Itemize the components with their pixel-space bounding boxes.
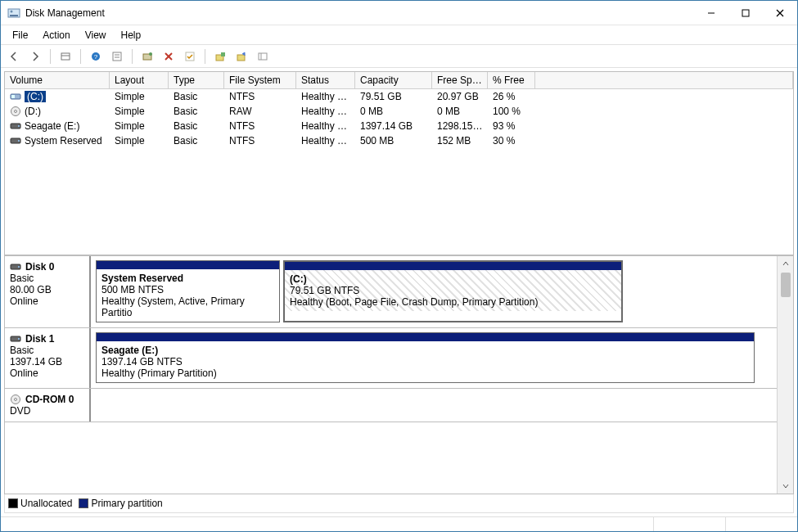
disk-capacity: 1397.14 GB [10,356,84,367]
col-free[interactable]: Free Spa... [432,72,488,89]
volume-pct: 100 % [488,104,535,119]
delete-button[interactable] [160,48,177,65]
svg-rect-7 [61,53,70,60]
svg-point-37 [15,399,17,401]
disk-partitions [91,389,777,422]
svg-point-27 [15,110,17,113]
col-volume[interactable]: Volume [5,72,110,89]
col-layout[interactable]: Layout [110,72,169,89]
svg-rect-20 [221,52,225,56]
svg-rect-4 [742,10,749,16]
volume-row[interactable]: Seagate (E:)SimpleBasicNTFSHealthy (P...… [5,119,793,133]
scroll-up-button[interactable] [778,256,793,271]
volume-row[interactable]: (D:)SimpleBasicRAWHealthy (P...0 MB0 MB1… [5,104,793,119]
svg-point-2 [11,10,13,12]
volume-icon [10,135,21,147]
scroll-thumb[interactable] [781,273,791,297]
volume-pct: 30 % [488,133,535,148]
maximize-button[interactable] [728,2,763,25]
new-volume-button[interactable] [212,48,228,65]
settings-button[interactable] [109,48,125,65]
svg-point-29 [18,125,20,127]
menubar: File Action View Help [1,25,797,45]
partition-stripe [97,261,279,269]
volume-row[interactable]: (C:)SimpleBasicNTFSHealthy (B...79.51 GB… [5,89,793,104]
forward-button[interactable] [27,48,43,65]
volume-status: Healthy (P... [296,119,355,133]
volume-fs: NTFS [224,119,296,133]
volume-name: Seagate (E:) [25,120,79,132]
menu-action[interactable]: Action [36,27,76,43]
titlebar: Disk Management [1,1,797,25]
properties-button[interactable] [182,48,198,65]
disk-label[interactable]: Disk 0Basic80.00 GBOnline [5,256,91,327]
legend-primary: Primary partition [79,498,162,509]
volume-capacity: 500 MB [355,133,432,148]
col-spacer [535,72,793,89]
menu-file[interactable]: File [6,27,34,43]
partition[interactable]: (C:)79.51 GB NTFSHealthy (Boot, Page Fil… [283,260,623,322]
partition-name: (C:) [290,273,616,285]
minimize-button[interactable] [694,2,728,25]
volume-layout: Simple [110,119,169,133]
volume-layout: Simple [110,133,169,148]
disk-partitions: System Reserved500 MB NTFSHealthy (Syste… [91,256,777,327]
help-button[interactable]: ? [88,48,104,65]
disk-status: Online [10,295,84,307]
svg-point-35 [18,338,20,340]
disk-row: CD-ROM 0DVD [5,389,777,422]
volume-list[interactable]: Volume Layout Type File System Status Ca… [4,71,794,255]
vertical-scrollbar[interactable] [777,256,793,494]
volume-type: Basic [169,89,224,104]
partition[interactable]: Seagate (E:)1397.14 GB NTFSHealthy (Prim… [96,332,755,383]
show-hide-button[interactable] [57,48,74,65]
disk-row: Disk 0Basic80.00 GBOnlineSystem Reserved… [5,256,777,328]
partition-name: Seagate (E:) [101,345,749,356]
partition-size: 79.51 GB NTFS [290,285,616,296]
toolbar-separator [80,49,81,64]
col-capacity[interactable]: Capacity [355,72,432,89]
volume-free: 152 MB [432,133,488,148]
menu-help[interactable]: Help [115,27,148,43]
partition-health: Healthy (Boot, Page File, Crash Dump, Pr… [290,296,616,308]
volume-type: Basic [169,104,224,119]
refresh-button[interactable] [139,48,156,65]
partition[interactable]: System Reserved500 MB NTFSHealthy (Syste… [96,260,280,322]
volume-pct: 93 % [488,119,535,133]
mount-button[interactable] [233,48,250,65]
list-button[interactable] [255,48,271,65]
volume-fs: NTFS [224,89,296,104]
toolbar-separator [132,49,133,64]
app-icon [7,7,20,20]
col-pctfree[interactable]: % Free [488,72,535,89]
close-button[interactable] [763,2,797,25]
svg-text:?: ? [94,53,98,61]
partition-stripe [97,333,754,341]
volume-name: (C:) [25,91,46,102]
disk-label[interactable]: Disk 1Basic1397.14 GBOnline [5,328,91,388]
volume-capacity: 79.51 GB [355,89,432,104]
svg-point-15 [149,52,152,56]
statusbar [1,516,797,531]
svg-rect-11 [113,52,121,61]
col-status[interactable]: Status [296,72,355,89]
menu-view[interactable]: View [79,27,113,43]
volume-layout: Simple [110,89,169,104]
col-filesystem[interactable]: File System [224,72,296,89]
volume-status: Healthy (B... [296,89,355,104]
toolbar: ? [1,45,797,68]
toolbar-separator [50,49,51,64]
legend: Unallocated Primary partition [4,494,794,513]
disk-type: DVD [10,405,84,417]
volume-fs: NTFS [224,133,296,148]
back-button[interactable] [6,48,22,65]
col-type[interactable]: Type [169,72,224,89]
volume-free: 0 MB [432,104,488,119]
window-title: Disk Management [25,7,694,19]
disk-name: Disk 1 [25,333,54,345]
volume-row[interactable]: System ReservedSimpleBasicNTFSHealthy (S… [5,133,793,148]
volume-capacity: 0 MB [355,104,432,119]
partition-size: 500 MB NTFS [101,284,274,295]
scroll-down-button[interactable] [778,479,793,494]
disk-label[interactable]: CD-ROM 0DVD [5,389,91,422]
